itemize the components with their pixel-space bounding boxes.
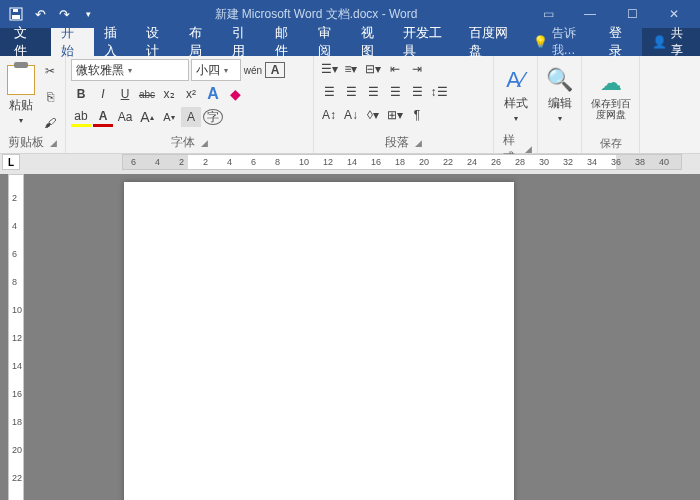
ruler-tick: 22 bbox=[443, 157, 453, 167]
grow-font-icon[interactable]: A▴ bbox=[137, 107, 157, 127]
ruler-tick: 4 bbox=[12, 221, 17, 231]
ruler-tick: 16 bbox=[12, 389, 22, 399]
minimize-icon[interactable]: ― bbox=[570, 3, 610, 25]
superscript-button[interactable]: x² bbox=[181, 84, 201, 104]
editing-button[interactable]: 🔍编辑▾ bbox=[543, 59, 576, 131]
strike-button[interactable]: abc bbox=[137, 84, 157, 104]
clipboard-launcher-icon[interactable]: ◢ bbox=[50, 138, 57, 148]
multilevel-icon[interactable]: ⊟▾ bbox=[363, 59, 383, 79]
sort-icon[interactable]: A↓ bbox=[341, 105, 361, 125]
horizontal-ruler[interactable]: 6422468101214161820222426283032343638404… bbox=[122, 154, 682, 170]
tab-review[interactable]: 审阅 bbox=[308, 28, 351, 56]
phonetic-guide-icon[interactable]: wén bbox=[243, 60, 263, 80]
ruler-tick: 22 bbox=[12, 473, 22, 483]
line-spacing-icon[interactable]: ↕☰ bbox=[429, 82, 449, 102]
clear-format-icon[interactable]: ◆ bbox=[225, 84, 245, 104]
ribbon-options-icon[interactable]: ▭ bbox=[528, 3, 568, 25]
undo-icon[interactable]: ↶ bbox=[32, 6, 48, 22]
tab-view[interactable]: 视图 bbox=[351, 28, 394, 56]
baidu-icon: ☁ bbox=[600, 70, 622, 96]
redo-icon[interactable]: ↷ bbox=[56, 6, 72, 22]
ruler-tick: 14 bbox=[347, 157, 357, 167]
share-button[interactable]: 👤共享 bbox=[642, 28, 700, 56]
document-area[interactable] bbox=[24, 174, 700, 500]
subscript-button[interactable]: x₂ bbox=[159, 84, 179, 104]
numbering-icon[interactable]: ≡▾ bbox=[341, 59, 361, 79]
font-name-combo[interactable]: 微软雅黑▾ bbox=[71, 59, 189, 81]
underline-button[interactable]: U bbox=[115, 84, 135, 104]
ruler-tick: 18 bbox=[395, 157, 405, 167]
borders-icon[interactable]: ⊞▾ bbox=[385, 105, 405, 125]
font-size-combo[interactable]: 小四▾ bbox=[191, 59, 241, 81]
shrink-font-icon[interactable]: A▾ bbox=[159, 107, 179, 127]
group-clipboard-label: 剪贴板 bbox=[8, 134, 44, 151]
para-launcher-icon[interactable]: ◢ bbox=[415, 138, 422, 148]
tab-insert[interactable]: 插入 bbox=[94, 28, 137, 56]
tab-selector[interactable]: L bbox=[2, 154, 20, 170]
change-case-button[interactable]: Aa bbox=[115, 107, 135, 127]
format-painter-icon[interactable]: 🖌 bbox=[40, 113, 60, 133]
svg-rect-1 bbox=[12, 15, 20, 19]
shading-icon[interactable]: ◊▾ bbox=[363, 105, 383, 125]
tab-references[interactable]: 引用 bbox=[222, 28, 265, 56]
align-left-icon[interactable]: ☰ bbox=[319, 82, 339, 102]
ruler-tick: 34 bbox=[587, 157, 597, 167]
styles-button[interactable]: A⁄样式▾ bbox=[499, 59, 532, 131]
tab-home[interactable]: 开始 bbox=[51, 28, 94, 56]
close-icon[interactable]: ✕ bbox=[654, 3, 694, 25]
text-direction-icon[interactable]: A↕ bbox=[319, 105, 339, 125]
vertical-ruler[interactable]: 24681012141618202224 bbox=[8, 174, 24, 500]
ruler-tick: 6 bbox=[12, 249, 17, 259]
tab-baidu[interactable]: 百度网盘 bbox=[459, 28, 525, 56]
file-tab[interactable]: 文件 bbox=[0, 28, 51, 56]
show-marks-icon[interactable]: ¶ bbox=[407, 105, 427, 125]
increase-indent-icon[interactable]: ⇥ bbox=[407, 59, 427, 79]
login-button[interactable]: 登录 bbox=[599, 28, 642, 56]
ruler-tick: 26 bbox=[491, 157, 501, 167]
italic-button[interactable]: I bbox=[93, 84, 113, 104]
chevron-down-icon: ▾ bbox=[128, 66, 132, 75]
ruler-tick: 8 bbox=[12, 277, 17, 287]
justify-icon[interactable]: ☰ bbox=[385, 82, 405, 102]
bullets-icon[interactable]: ☰▾ bbox=[319, 59, 339, 79]
font-color-icon[interactable]: A bbox=[93, 107, 113, 127]
qat-customize-icon[interactable]: ▾ bbox=[80, 6, 96, 22]
char-border-icon[interactable]: A bbox=[265, 62, 285, 78]
tab-layout[interactable]: 布局 bbox=[179, 28, 222, 56]
chevron-down-icon: ▾ bbox=[224, 66, 228, 75]
ruler-tick: 30 bbox=[539, 157, 549, 167]
ruler-tick: 6 bbox=[251, 157, 256, 167]
tab-mailings[interactable]: 邮件 bbox=[265, 28, 308, 56]
ruler-tick: 6 bbox=[131, 157, 136, 167]
copy-icon[interactable]: ⎘ bbox=[40, 87, 60, 107]
share-icon: 👤 bbox=[652, 35, 667, 49]
tab-developer[interactable]: 开发工具 bbox=[393, 28, 459, 56]
ruler-tick: 4 bbox=[155, 157, 160, 167]
bold-button[interactable]: B bbox=[71, 84, 91, 104]
align-center-icon[interactable]: ☰ bbox=[341, 82, 361, 102]
ruler-tick: 36 bbox=[611, 157, 621, 167]
tell-me[interactable]: 💡告诉我… bbox=[525, 28, 600, 56]
char-shading-icon[interactable]: A bbox=[181, 107, 201, 127]
enclose-char-icon[interactable]: 字 bbox=[203, 109, 223, 125]
highlight-icon[interactable]: ab bbox=[71, 107, 91, 127]
ruler-tick: 14 bbox=[12, 361, 22, 371]
ruler-tick: 38 bbox=[635, 157, 645, 167]
ruler-tick: 4 bbox=[227, 157, 232, 167]
font-launcher-icon[interactable]: ◢ bbox=[201, 138, 208, 148]
cut-icon[interactable]: ✂ bbox=[40, 61, 60, 81]
styles-launcher-icon[interactable]: ◢ bbox=[525, 144, 532, 154]
align-right-icon[interactable]: ☰ bbox=[363, 82, 383, 102]
text-effects-icon[interactable]: A bbox=[203, 84, 223, 104]
baidu-save-button[interactable]: ☁保存到百度网盘 bbox=[587, 59, 634, 131]
paste-button[interactable]: 粘贴 ▾ bbox=[5, 59, 37, 131]
svg-rect-2 bbox=[13, 9, 18, 12]
maximize-icon[interactable]: ☐ bbox=[612, 3, 652, 25]
decrease-indent-icon[interactable]: ⇤ bbox=[385, 59, 405, 79]
tab-design[interactable]: 设计 bbox=[136, 28, 179, 56]
page[interactable] bbox=[124, 182, 514, 500]
distributed-icon[interactable]: ☰ bbox=[407, 82, 427, 102]
ruler-tick: 18 bbox=[12, 417, 22, 427]
save-icon[interactable] bbox=[8, 6, 24, 22]
group-save-label: 保存 bbox=[587, 135, 634, 152]
